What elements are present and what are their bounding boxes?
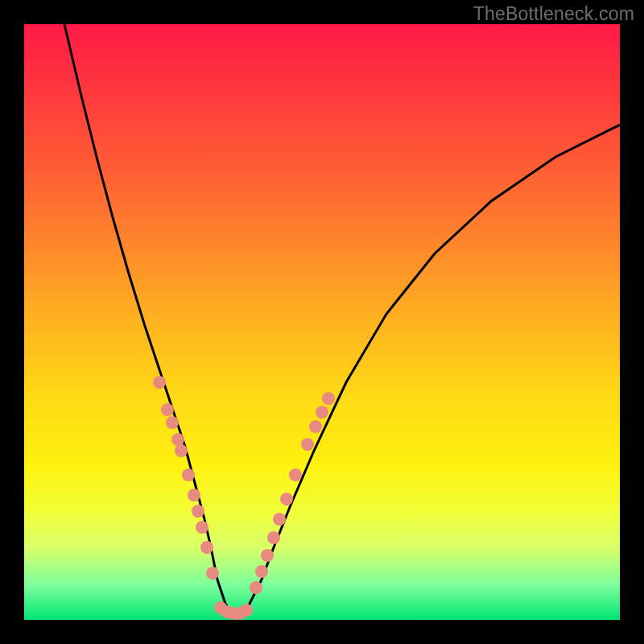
markers-right-cluster bbox=[250, 392, 335, 594]
data-point-marker bbox=[280, 493, 293, 506]
data-point-marker bbox=[171, 433, 184, 446]
data-point-marker bbox=[267, 531, 280, 544]
data-point-marker bbox=[188, 489, 200, 502]
data-point-marker bbox=[255, 565, 268, 578]
data-point-marker bbox=[316, 406, 328, 419]
chart-gradient-background bbox=[24, 24, 620, 620]
markers-bottom-cluster bbox=[214, 601, 253, 620]
data-point-marker bbox=[182, 469, 195, 481]
curve-line bbox=[64, 24, 620, 616]
data-point-marker bbox=[166, 416, 179, 429]
data-point-marker bbox=[240, 604, 253, 617]
watermark-text: TheBottleneck.com bbox=[473, 3, 634, 25]
data-point-marker bbox=[273, 513, 286, 526]
data-point-marker bbox=[192, 505, 204, 518]
data-point-marker bbox=[175, 444, 188, 457]
data-point-marker bbox=[309, 420, 322, 433]
data-point-marker bbox=[206, 567, 219, 580]
data-point-marker bbox=[322, 392, 335, 405]
data-point-marker bbox=[153, 376, 166, 389]
data-point-marker bbox=[196, 521, 208, 534]
data-point-marker bbox=[289, 469, 302, 481]
markers-left-cluster bbox=[153, 376, 219, 580]
data-point-marker bbox=[250, 581, 262, 594]
data-point-marker bbox=[301, 438, 314, 451]
data-point-marker bbox=[261, 549, 274, 562]
data-point-marker bbox=[161, 403, 174, 416]
data-point-marker bbox=[200, 541, 213, 554]
chart-svg bbox=[24, 24, 620, 620]
